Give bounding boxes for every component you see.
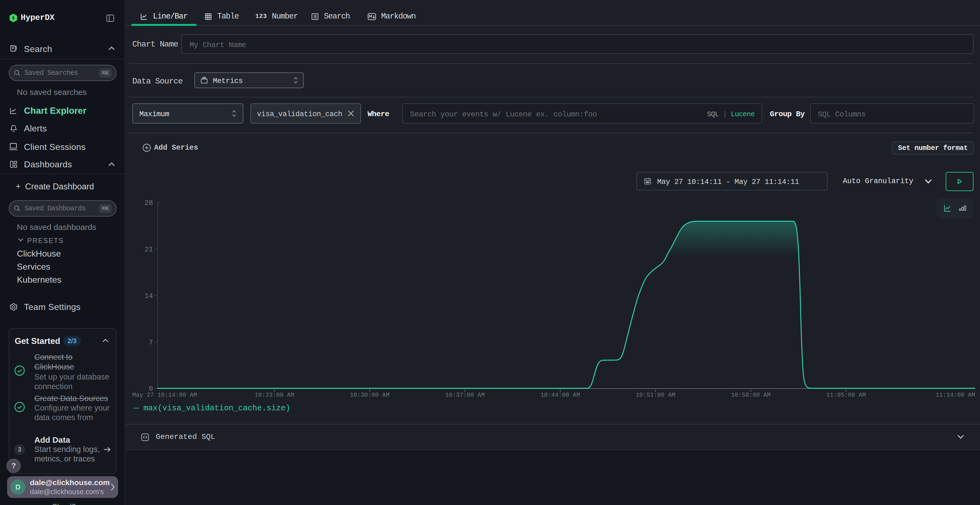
svg-text:10:51:00 AM: 10:51:00 AM [636,392,675,399]
svg-text:7: 7 [149,338,153,347]
svg-text:11:05:00 AM: 11:05:00 AM [826,392,865,399]
svg-text:10:30:00 AM: 10:30:00 AM [350,392,389,399]
svg-text:— max(visa_validation_cache.si: — max(visa_validation_cache.size) [134,404,290,413]
svg-text:10:58:00 AM: 10:58:00 AM [731,392,770,399]
svg-text:10:23:00 AM: 10:23:00 AM [255,392,294,399]
svg-text:May 27 10:14:00 AM: May 27 10:14:00 AM [132,392,197,399]
svg-text:10:37:00 AM: 10:37:00 AM [445,392,485,399]
svg-text:28: 28 [145,199,153,207]
svg-text:21: 21 [145,245,153,254]
svg-text:11:14:00 AM: 11:14:00 AM [935,392,975,399]
svg-text:14: 14 [145,292,153,300]
svg-text:10:44:00 AM: 10:44:00 AM [540,392,580,399]
